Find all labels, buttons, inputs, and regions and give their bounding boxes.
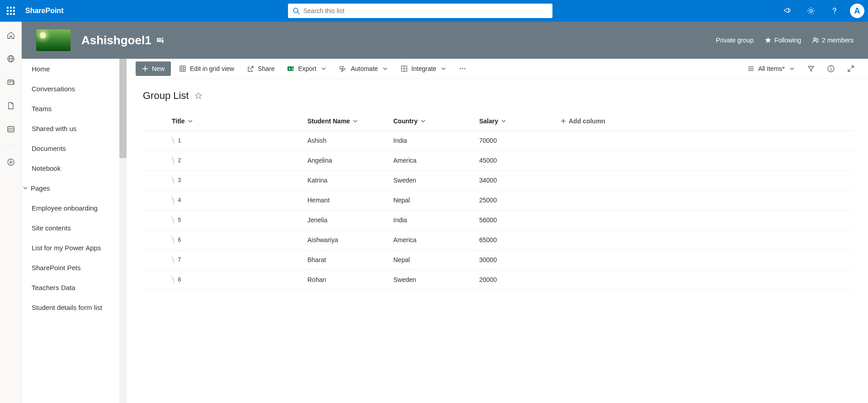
nav-item-notebook[interactable]: Notebook — [22, 158, 127, 178]
row-select-cell[interactable] — [143, 270, 168, 290]
product-name[interactable]: SharePoint — [25, 7, 63, 15]
new-button[interactable]: New — [136, 61, 171, 76]
automate-button[interactable]: Automate — [335, 61, 392, 76]
row-title-cell[interactable]: \ |8 — [168, 270, 304, 290]
col-add[interactable]: Add column — [557, 112, 854, 131]
row-select-cell[interactable] — [143, 210, 168, 230]
row-title-cell[interactable]: \ |6 — [168, 230, 304, 250]
nav-item-pages[interactable]: Pages — [22, 178, 127, 198]
col-student-label: Student Name — [307, 117, 350, 125]
row-title-cell[interactable]: \ |5 — [168, 210, 304, 230]
col-salary-label: Salary — [479, 117, 498, 125]
table-row[interactable]: \ |5JeneliaIndia56000 — [143, 210, 854, 230]
rail-lists-button[interactable] — [2, 120, 20, 138]
nav-item-label: Teachers Data — [32, 284, 75, 291]
rail-home-button[interactable] — [2, 26, 20, 44]
nav-item-employee-onboarding[interactable]: Employee onboarding — [22, 198, 127, 218]
left-nav: HomeConversationsTeamsShared with usDocu… — [22, 59, 127, 403]
members-button[interactable]: 2 members — [812, 37, 854, 44]
svg-point-2 — [810, 9, 812, 12]
expand-button[interactable] — [843, 61, 859, 76]
command-bar: New Edit in grid view Share X Export Aut… — [127, 59, 868, 79]
favorite-star-button[interactable] — [194, 92, 203, 100]
rail-create-button[interactable] — [2, 153, 20, 171]
avatar[interactable]: A — [850, 4, 864, 18]
following-button[interactable]: Following — [764, 37, 801, 44]
svg-point-0 — [293, 8, 298, 13]
nav-item-teachers-data[interactable]: Teachers Data — [22, 277, 127, 297]
col-country[interactable]: Country — [390, 112, 476, 131]
col-select[interactable] — [143, 112, 168, 131]
left-nav-scrollbar-track[interactable] — [119, 59, 127, 403]
row-select-cell[interactable] — [143, 230, 168, 250]
site-title[interactable]: Ashishgoel1 — [81, 33, 151, 47]
row-select-cell[interactable] — [143, 250, 168, 270]
row-select-cell[interactable] — [143, 190, 168, 210]
nav-item-home[interactable]: Home — [22, 59, 127, 79]
table-row[interactable]: \ |6AishwariyaAmerica65000 — [143, 230, 854, 250]
rail-globe-button[interactable] — [2, 50, 20, 68]
col-title[interactable]: Title — [168, 112, 304, 131]
table-row[interactable]: \ |2AngelinaAmerica45000 — [143, 150, 854, 170]
nav-item-student-details-form-list[interactable]: Student details form list — [22, 297, 127, 317]
search-box[interactable] — [288, 4, 552, 18]
nav-item-label: Documents — [32, 145, 66, 152]
teams-icon[interactable]: T — [156, 36, 165, 45]
rail-news-button[interactable] — [2, 73, 20, 91]
nav-item-label: Pages — [31, 184, 50, 192]
more-commands-button[interactable] — [454, 61, 471, 76]
left-nav-scrollbar-thumb[interactable] — [119, 59, 127, 158]
row-title-cell[interactable]: \ |7 — [168, 250, 304, 270]
row-title-cell[interactable]: \ |4 — [168, 190, 304, 210]
nav-item-list-for-my-power-apps[interactable]: List for my Power Apps — [22, 238, 127, 258]
export-button[interactable]: X Export — [283, 61, 330, 76]
svg-point-42 — [830, 67, 831, 68]
rail-files-button[interactable] — [2, 97, 20, 115]
nav-item-sharepoint-pets[interactable]: SharePoint Pets — [22, 258, 127, 277]
nav-item-site-contents[interactable]: Site contents — [22, 218, 127, 238]
table-row[interactable]: \ |8RohanSweden20000 — [143, 270, 854, 290]
row-country: Nepal — [390, 190, 476, 210]
list-table: Title Student Name Country Salary Add co… — [143, 112, 854, 290]
info-button[interactable] — [823, 61, 839, 76]
svg-rect-7 — [8, 80, 13, 84]
row-add-cell — [557, 210, 854, 230]
share-button[interactable]: Share — [242, 61, 279, 76]
nav-item-shared-with-us[interactable]: Shared with us — [22, 118, 127, 138]
help-button[interactable] — [824, 0, 845, 22]
settings-button[interactable] — [800, 0, 822, 22]
app-launcher-button[interactable] — [0, 0, 22, 22]
nav-item-label: Shared with us — [32, 125, 76, 132]
row-student: Hemant — [304, 190, 390, 210]
filter-button[interactable] — [803, 61, 819, 76]
row-select-cell[interactable] — [143, 131, 168, 150]
site-logo[interactable] — [36, 29, 71, 51]
table-row[interactable]: \ |7BharatNepal30000 — [143, 250, 854, 270]
nav-item-label: Conversations — [32, 85, 75, 93]
row-select-cell[interactable] — [143, 150, 168, 170]
table-row[interactable]: \ |1AshishIndia70000 — [143, 131, 854, 150]
nav-item-documents[interactable]: Documents — [22, 138, 127, 158]
search-input[interactable] — [303, 7, 548, 14]
row-title-cell[interactable]: \ |3 — [168, 170, 304, 190]
megaphone-button[interactable] — [777, 0, 798, 22]
star-filled-icon — [764, 37, 772, 44]
integrate-button[interactable]: Integrate — [396, 61, 451, 76]
row-title-cell[interactable]: \ |1 — [168, 131, 304, 150]
nav-item-teams[interactable]: Teams — [22, 98, 127, 118]
table-row[interactable]: \ |3KatrinaSweden34000 — [143, 170, 854, 190]
row-select-cell[interactable] — [143, 170, 168, 190]
row-title-cell[interactable]: \ |2 — [168, 150, 304, 170]
row-add-cell — [557, 250, 854, 270]
table-row[interactable]: \ |4HemantNepal25000 — [143, 190, 854, 210]
col-student[interactable]: Student Name — [304, 112, 390, 131]
view-selector[interactable]: All Items* — [743, 61, 799, 76]
nav-item-label: Teams — [32, 105, 52, 112]
nav-item-conversations[interactable]: Conversations — [22, 79, 127, 98]
list-icon — [6, 125, 15, 134]
expand-icon — [847, 65, 854, 72]
row-student: Ashish — [304, 131, 390, 150]
left-nav-scroll[interactable]: HomeConversationsTeamsShared with usDocu… — [22, 59, 127, 403]
col-salary[interactable]: Salary — [476, 112, 557, 131]
edit-grid-button[interactable]: Edit in grid view — [175, 61, 239, 76]
